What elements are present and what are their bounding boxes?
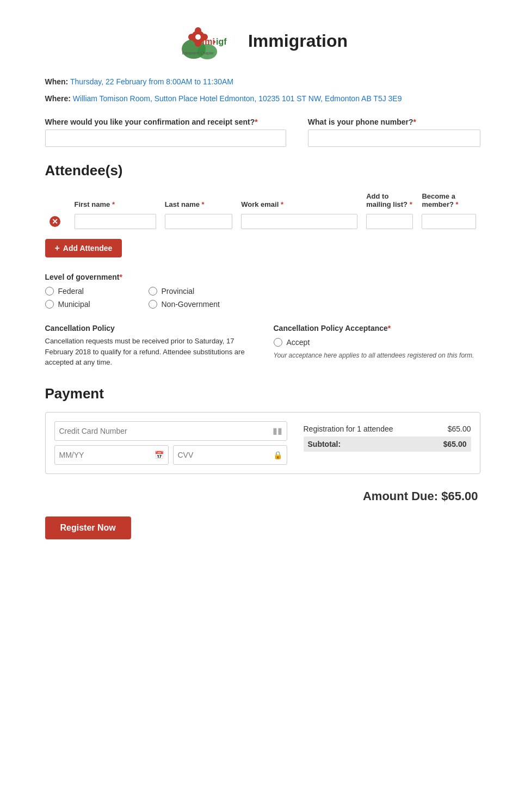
government-options: Federal Provincial Municipal Non-Governm… — [45, 287, 230, 309]
accept-radio-label[interactable]: Accept — [274, 338, 480, 347]
payment-section: Payment ▮▮ 📅 🔒 — [45, 385, 480, 474]
when-label: When: — [45, 77, 69, 86]
plus-icon: + — [55, 243, 60, 253]
amount-due: Amount Due: $65.00 — [45, 489, 480, 503]
acceptance-label: Cancellation Policy Acceptance* — [274, 324, 480, 333]
remove-icon: ✕ — [50, 216, 60, 227]
accept-option-text: Accept — [287, 338, 310, 347]
cancellation-policy: Cancellation Policy Cancellation request… — [45, 324, 252, 368]
subtotal-label: Subtotal: — [308, 440, 341, 448]
attendee-email-input[interactable] — [241, 214, 357, 229]
svg-text:igf: igf — [216, 37, 227, 46]
add-attendee-label: Add Attendee — [63, 244, 112, 253]
cc-cvv-wrap: 🔒 — [173, 445, 287, 465]
payment-left: ▮▮ 📅 🔒 — [54, 421, 287, 465]
col-last-header: Last name * — [160, 189, 237, 212]
cc-cvv-input[interactable] — [178, 451, 273, 459]
remove-attendee-button[interactable]: ✕ — [50, 216, 60, 227]
register-button[interactable]: Register Now — [45, 516, 131, 539]
accept-radio-input[interactable] — [274, 338, 282, 347]
col-member-header: Become a member? * — [417, 189, 480, 212]
cc-number-input[interactable] — [59, 427, 273, 435]
government-option-municipal[interactable]: Municipal — [45, 300, 127, 309]
accept-note: Your acceptance here applies to all atte… — [274, 351, 480, 360]
col-email-header: Work email * — [237, 189, 362, 212]
col-remove-header — [45, 189, 70, 212]
payment-heading: Payment — [45, 385, 480, 402]
where-label: Where: — [45, 94, 71, 103]
government-option-nongovernment[interactable]: Non-Government — [149, 300, 230, 309]
logo: fmi igf Edmonton Chapter — [177, 22, 237, 60]
government-radio-federal[interactable] — [45, 287, 54, 296]
government-option-provincial[interactable]: Provincial — [149, 287, 230, 296]
attendees-table: First name * Last name * Work email * — [45, 189, 480, 231]
contact-form-row: Where would you like your confirmation a… — [45, 118, 480, 147]
credit-card-icon: ▮▮ — [273, 426, 282, 436]
attendees-table-wrap: First name * Last name * Work email * — [45, 189, 480, 231]
attendee-member-input[interactable] — [422, 214, 475, 229]
logo-image: fmi igf Edmonton Chapter — [177, 22, 237, 60]
government-radio-provincial[interactable] — [149, 287, 157, 296]
government-section: Level of government* Federal Provincial … — [45, 273, 480, 309]
cc-expiry-input[interactable] — [59, 451, 155, 459]
cc-number-wrap: ▮▮ — [54, 421, 287, 441]
payment-box: ▮▮ 📅 🔒 Registration for 1 attendee — [45, 412, 480, 474]
svg-text:Edmonton Chapter: Edmonton Chapter — [182, 51, 214, 56]
government-label: Level of government* — [45, 273, 480, 281]
government-radio-municipal[interactable] — [45, 300, 54, 309]
col-first-header: First name * — [70, 189, 160, 212]
registration-label: Registration for 1 attendee — [304, 425, 393, 433]
email-input[interactable] — [45, 130, 286, 147]
subtotal-value: $65.00 — [443, 440, 467, 448]
table-row: ✕ — [45, 212, 480, 231]
svg-point-5 — [195, 40, 201, 47]
cc-row2: 📅 🔒 — [54, 445, 287, 465]
cancellation-row: Cancellation Policy Cancellation request… — [45, 324, 480, 368]
attendees-heading: Attendee(s) — [45, 162, 480, 179]
where-value: William Tomison Room, Sutton Place Hotel… — [73, 94, 402, 103]
svg-point-6 — [188, 34, 195, 40]
email-label: Where would you like your confirmation a… — [45, 118, 286, 126]
event-info: When: Thursday, 22 February from 8:00AM … — [45, 76, 480, 104]
phone-label: What is your phone number?* — [308, 118, 480, 126]
government-radio-nongovernment[interactable] — [149, 300, 157, 309]
email-group: Where would you like your confirmation a… — [45, 118, 286, 147]
policy-text: Cancellation requests must be received p… — [45, 336, 252, 368]
amount-due-value: $65.00 — [441, 489, 478, 503]
cancellation-acceptance: Cancellation Policy Acceptance* Accept Y… — [274, 324, 480, 360]
register-button-label: Register Now — [60, 523, 116, 532]
phone-group: What is your phone number?* — [308, 118, 480, 147]
calendar-icon: 📅 — [155, 451, 164, 459]
policy-title: Cancellation Policy — [45, 324, 252, 333]
page-header: fmi igf Edmonton Chapter Immigration — [45, 11, 480, 76]
page-title: Immigration — [248, 31, 348, 51]
attendee-last-name-input[interactable] — [165, 214, 233, 229]
col-mailing-header: Add to mailing list? * — [362, 189, 417, 212]
svg-point-9 — [213, 41, 215, 43]
svg-text:fmi: fmi — [202, 37, 215, 46]
attendee-mailing-input[interactable] — [366, 214, 413, 229]
attendees-section: Attendee(s) First name * Last name * — [45, 162, 480, 257]
lock-icon: 🔒 — [273, 451, 282, 459]
when-value: Thursday, 22 February from 8:00AM to 11:… — [70, 77, 233, 86]
government-option-federal[interactable]: Federal — [45, 287, 127, 296]
payment-right: Registration for 1 attendee $65.00 Subto… — [304, 421, 471, 452]
cc-expiry-wrap: 📅 — [54, 445, 169, 465]
registration-line: Registration for 1 attendee $65.00 — [304, 421, 471, 436]
add-attendee-button[interactable]: + Add Attendee — [45, 239, 122, 257]
registration-price: $65.00 — [448, 425, 471, 433]
amount-due-label: Amount Due: — [363, 489, 438, 503]
svg-point-7 — [195, 34, 201, 40]
subtotal-line: Subtotal: $65.00 — [304, 436, 471, 452]
attendee-first-name-input[interactable] — [75, 214, 156, 229]
svg-point-3 — [195, 27, 201, 34]
phone-input[interactable] — [308, 130, 480, 147]
